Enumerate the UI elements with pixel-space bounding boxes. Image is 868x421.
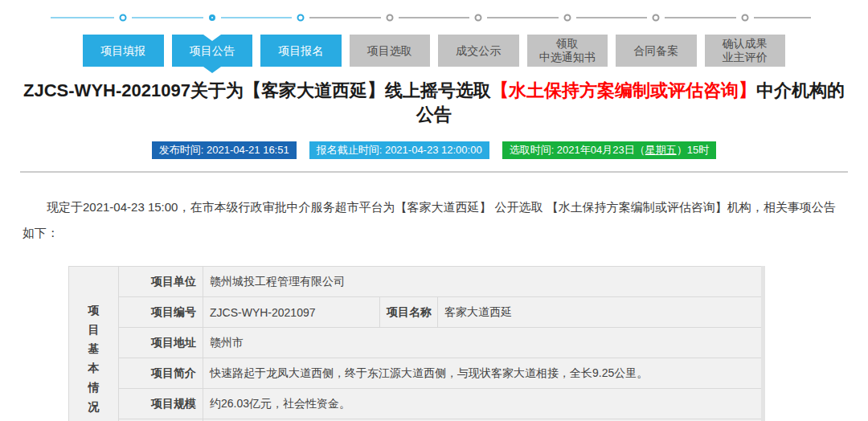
- stepper-track-6: [527, 8, 608, 27]
- badge-text: ）15时: [677, 144, 709, 156]
- table-value-cell: 快速路起于龙凤大道西侧，终于东江源大道西侧，与现状客家大道相接，全长9.25公里…: [203, 358, 762, 389]
- stepper-step-3: 项目报名: [256, 8, 346, 67]
- title-part1: ZJCS-WYH-2021097关于为【客家大道西延】线上摇号选取: [23, 80, 491, 100]
- project-info-table-wrap: 项目基本情况项目单位赣州城投工程管理有限公司项目编号ZJCS-WYH-20210…: [68, 266, 761, 421]
- stepper-track-5: [438, 8, 519, 27]
- table-row: 项目编号ZJCS-WYH-2021097项目名称客家大道西延: [69, 297, 762, 328]
- stepper-tab-label: 中选通知书: [539, 51, 596, 64]
- step-line-right: [221, 17, 256, 18]
- stepper-step-4: 项目选取: [346, 8, 435, 67]
- stepper-tab-8[interactable]: 确认成果业主评价: [705, 35, 786, 67]
- stepper-tab-1[interactable]: 项目填报: [83, 35, 164, 67]
- stepper-steps: 项目填报项目公告项目报名项目选取成交公示领取中选通知书合同备案确认成果业主评价: [79, 8, 789, 67]
- step-line-left: [168, 17, 203, 18]
- stepper-tab-label: 项目报名: [278, 44, 323, 58]
- title-highlight: 【水土保持方案编制或评估咨询】: [491, 80, 756, 100]
- stepper-step-8: 确认成果业主评价: [701, 8, 790, 67]
- signup-deadline-badge: 报名截止时间: 2021-04-23 12:00:00: [309, 141, 489, 159]
- stepper-step-7: 合同备案: [612, 8, 701, 67]
- stepper-tab-label: 合同备案: [633, 44, 678, 58]
- stepper-track-8: [705, 8, 786, 27]
- step-circle-icon: [120, 14, 127, 22]
- time-badges: 发布时间: 2021-04-21 16:51报名截止时间: 2021-04-23…: [0, 141, 868, 159]
- step-line-right: [399, 17, 434, 18]
- table-label-cell: 项目名称: [380, 297, 438, 328]
- stepper-tab-7[interactable]: 合同备案: [616, 35, 697, 67]
- step-line-left: [256, 17, 292, 18]
- process-stepper: 项目填报项目公告项目报名项目选取成交公示领取中选通知书合同备案确认成果业主评价: [79, 0, 789, 67]
- table-value-cell: 赣州市: [203, 328, 762, 358]
- stepper-tab-label: 成交公示: [456, 44, 501, 58]
- table-row: 项目地址赣州市: [69, 328, 762, 358]
- step-line-left: [51, 17, 114, 18]
- table-value-cell: 约26.03亿元，社会性资金。: [203, 389, 762, 419]
- section-label-char: 情: [76, 378, 112, 397]
- step-line-left: [434, 17, 469, 18]
- table-label-cell: 项目编号: [119, 297, 203, 328]
- table-row: 项目规模约26.03亿元，社会性资金。: [69, 389, 762, 419]
- stepper-step-1: 项目填报: [79, 8, 168, 67]
- table-label-cell: 项目单位: [119, 267, 203, 297]
- stepper-tab-5[interactable]: 成交公示: [438, 35, 519, 67]
- selection-time-badge: 选取时间: 2021年04月23日（星期五）15时: [502, 141, 717, 159]
- table-label-cell: 项目地址: [119, 328, 203, 358]
- step-line-right: [132, 17, 167, 18]
- table-value-cell: 赣州城投工程管理有限公司: [203, 267, 762, 297]
- step-line-right: [754, 17, 811, 18]
- step-circle-icon: [297, 14, 305, 22]
- section-label-char: 基: [76, 339, 112, 358]
- stepper-track-7: [616, 8, 697, 27]
- stepper-tab-label: 项目填报: [100, 44, 145, 58]
- table-value-cell: 客家大道西延: [438, 297, 762, 328]
- section-label-char: 本: [76, 358, 112, 378]
- stepper-tab-label: 项目公告: [190, 44, 235, 58]
- stepper-tab-label: 项目选取: [367, 44, 412, 58]
- project-info-table: 项目基本情况项目单位赣州城投工程管理有限公司项目编号ZJCS-WYH-20210…: [68, 266, 762, 421]
- stepper-tab-label: 领取: [556, 37, 579, 51]
- step-line-right: [487, 17, 522, 18]
- stepper-tab-2[interactable]: 项目公告: [172, 35, 253, 67]
- badge-text: 选取时间: 2021年04月23日（: [510, 144, 645, 156]
- table-scrollbar[interactable]: [761, 266, 765, 421]
- step-line-left: [346, 17, 381, 18]
- section-label-char: 项: [76, 300, 112, 320]
- step-circle-icon: [386, 14, 393, 22]
- step-circle-icon: [475, 14, 482, 22]
- table-row: 项目基本情况项目单位赣州城投工程管理有限公司: [69, 267, 762, 297]
- step-circle-icon: [653, 14, 660, 22]
- publish-time-badge: 发布时间: 2021-04-21 16:51: [152, 141, 297, 159]
- stepper-track-4: [350, 8, 431, 27]
- step-line-right: [309, 17, 345, 18]
- table-section-label: 项目基本情况: [69, 267, 119, 421]
- step-line-right: [665, 17, 700, 18]
- stepper-tab-label: 业主评价: [723, 51, 768, 64]
- stepper-tab-label: 确认成果: [723, 37, 768, 51]
- table-value-cell: ZJCS-WYH-2021097: [203, 297, 380, 328]
- section-label-char: 况: [76, 397, 112, 416]
- stepper-tab-4[interactable]: 项目选取: [350, 35, 431, 67]
- stepper-tab-3[interactable]: 项目报名: [260, 35, 342, 67]
- section-label-char: 目: [76, 320, 112, 339]
- stepper-track-1: [83, 8, 164, 27]
- step-line-left: [523, 17, 559, 18]
- stepper-step-5: 成交公示: [434, 8, 523, 67]
- badge-underlined-text: 星期五: [645, 144, 677, 156]
- step-line-left: [612, 17, 647, 18]
- stepper-step-6: 领取中选通知书: [523, 8, 612, 67]
- step-line-right: [576, 17, 612, 18]
- stepper-tab-6[interactable]: 领取中选通知书: [527, 35, 608, 67]
- divider: [20, 171, 848, 173]
- table-label-cell: 项目简介: [119, 358, 203, 389]
- step-circle-icon: [563, 14, 571, 22]
- step-circle-icon: [741, 14, 748, 22]
- page-title: ZJCS-WYH-2021097关于为【客家大道西延】线上摇号选取【水土保持方案…: [23, 79, 845, 127]
- table-row: 项目简介快速路起于龙凤大道西侧，终于东江源大道西侧，与现状客家大道相接，全长9.…: [69, 358, 762, 389]
- stepper-track-3: [260, 8, 342, 27]
- table-label-cell: 项目规模: [119, 389, 203, 419]
- stepper-track-2: [172, 8, 253, 27]
- step-line-left: [701, 17, 736, 18]
- stepper-step-2: 项目公告: [168, 8, 257, 67]
- intro-paragraph: 现定于2021-04-23 15:00，在市本级行政审批中介服务超市平台为【客家…: [23, 194, 844, 246]
- step-circle-icon: [209, 14, 215, 21]
